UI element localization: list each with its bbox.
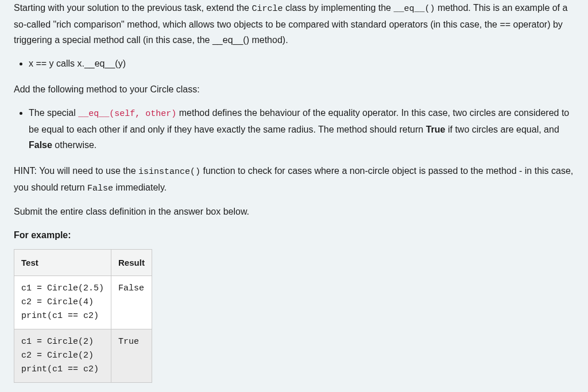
inline-code-circle: Circle [252,4,283,14]
cell-result: True [111,329,152,383]
bullet2-a: The special [29,108,78,118]
col-header-test: Test [14,249,111,276]
cell-result: False [111,276,152,329]
hint-a: HINT: You will need to use the [14,166,138,176]
bullet-list-1: x == y calls x.__eq__(y) [14,56,574,71]
add-following: Add the following method to your Circle … [14,81,574,97]
inline-code-eq-signature: __eq__(self, other) [78,109,176,119]
bullet-list-2: The special __eq__(self, other) method d… [14,105,574,153]
bullet-xy-eq: x == y calls x.__eq__(y) [29,56,574,71]
example-table: Test Result c1 = Circle(2.5) c2 = Circle… [14,249,152,383]
cell-test: c1 = Circle(2.5) c2 = Circle(4) print(c1… [14,276,111,329]
submit-instruction: Submit the entire class definition in th… [14,204,574,219]
inline-code-isinstance: isinstance() [138,167,200,177]
inline-code-eq: __eq__() [393,4,435,14]
table-row: c1 = Circle(2.5) c2 = Circle(4) print(c1… [14,276,152,329]
bullet-eq-method: The special __eq__(self, other) method d… [29,105,574,153]
intro-text-a: Starting with your solution to the previ… [14,3,252,13]
col-header-result: Result [111,249,152,276]
bullet2-c: if two circles are equal, and [445,125,559,134]
bullet2-d: otherwise. [52,140,96,150]
intro-paragraph: Starting with your solution to the previ… [14,0,574,48]
hint-c: immediately. [113,183,167,192]
table-row: c1 = Circle(2) c2 = Circle(2) print(c1 =… [14,329,152,383]
intro-text-b: class by implementing the [283,3,393,13]
bullet2-true: True [426,125,446,134]
bullet2-false: False [29,140,52,150]
inline-code-false: False [87,184,113,193]
cell-test: c1 = Circle(2) c2 = Circle(2) print(c1 =… [14,329,111,383]
hint-paragraph: HINT: You will need to use the isinstanc… [14,163,574,196]
for-example-label: For example: [14,227,574,243]
